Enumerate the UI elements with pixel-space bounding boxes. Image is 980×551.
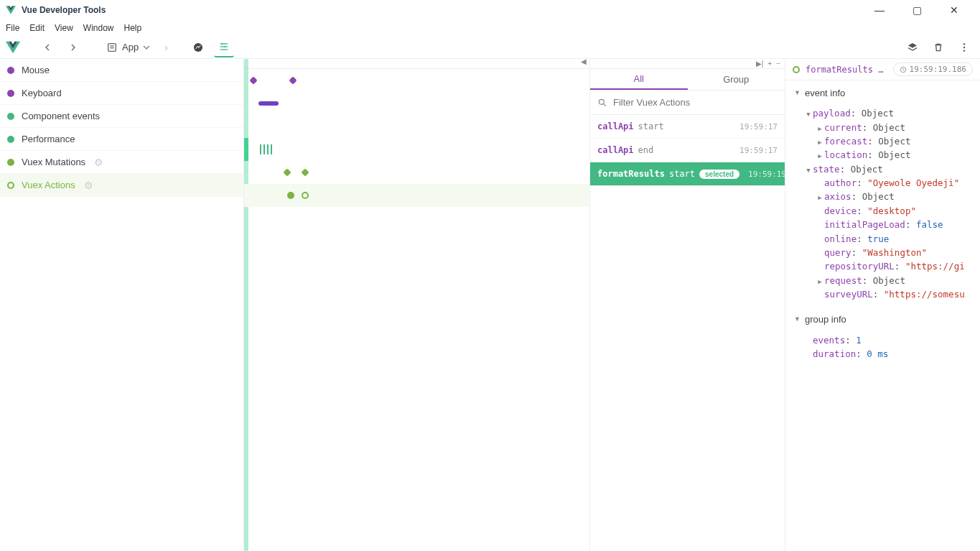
layer-dot: [7, 136, 14, 143]
section-event-info[interactable]: ▼event info: [785, 80, 980, 106]
tree-row[interactable]: query: "Washington": [804, 246, 980, 259]
timeline-event-mark[interactable]: [287, 192, 294, 199]
svg-point-11: [963, 50, 965, 51]
tree-row[interactable]: ▶current: Object: [804, 121, 980, 134]
list-icon: [106, 42, 118, 53]
timeline-row-keyboard[interactable]: [244, 92, 589, 115]
timeline-event-mark[interactable]: [271, 144, 272, 154]
timeline-event-mark[interactable]: [258, 101, 279, 106]
tree-row[interactable]: ▶forecast: Object: [804, 134, 980, 148]
timeline-event-mark[interactable]: [302, 192, 309, 199]
maximize-button[interactable]: ▢: [905, 4, 928, 16]
timeline-event-mark[interactable]: [289, 76, 297, 84]
app-selector[interactable]: App: [101, 39, 156, 56]
menu-window[interactable]: Window: [83, 23, 114, 33]
layer-performance[interactable]: Performance: [0, 128, 243, 151]
svg-line-13: [604, 103, 606, 106]
close-button[interactable]: ✕: [943, 4, 966, 16]
event-row[interactable]: callApi end 19:59:17: [590, 139, 785, 162]
zoom-in-icon[interactable]: +: [767, 60, 772, 68]
collapse-left-icon[interactable]: ◀: [581, 57, 587, 65]
chevron-down-icon: ▼: [794, 315, 801, 325]
layer-vuex-actions[interactable]: Vuex Actions⚙: [0, 174, 243, 197]
tree-row[interactable]: surveyURL: "https://somesu: [804, 287, 980, 301]
tree-row[interactable]: initialPageLoad: false: [804, 218, 980, 231]
timeline-event-mark[interactable]: [301, 168, 309, 176]
section-group-info[interactable]: ▼group info: [785, 307, 980, 333]
layer-label: Vuex Mutations: [22, 157, 85, 167]
chevron-down-icon: [143, 44, 150, 51]
timeline-row-component-events[interactable]: [244, 115, 589, 138]
events-filter: [590, 91, 785, 115]
event-phase: end: [638, 145, 654, 155]
timeline-event-mark[interactable]: [267, 144, 269, 154]
timeline-event-mark[interactable]: [283, 168, 291, 176]
event-time: 19:59:17: [739, 122, 778, 131]
inspector-header: formatResults s… 19:59:19.186: [785, 59, 980, 80]
menu-bar: File Edit View Window Help: [0, 20, 980, 36]
layer-dot: [7, 182, 14, 189]
menu-edit[interactable]: Edit: [29, 23, 45, 33]
zoom-out-icon[interactable]: −: [776, 60, 780, 68]
range-play-icon[interactable]: ▶|: [756, 60, 764, 68]
tree-row[interactable]: ▶request: Object: [804, 274, 980, 287]
filter-input[interactable]: [613, 97, 778, 108]
events-range-controls: ▶| + −: [590, 59, 785, 69]
more-icon[interactable]: [954, 37, 974, 57]
window-controls: — ▢ ✕: [868, 4, 974, 16]
timeline-row-vuex-actions[interactable]: [244, 184, 589, 207]
svg-point-9: [963, 43, 965, 45]
events-tabs: All Group: [590, 69, 785, 91]
tree-row[interactable]: duration: 0 ms: [804, 347, 980, 361]
event-row[interactable]: callApi start 19:59:17: [590, 115, 785, 139]
vue-logo-icon[interactable]: [6, 40, 20, 55]
timeline-event-mark[interactable]: [249, 76, 257, 84]
timeline-row-performance[interactable]: [244, 138, 589, 161]
tab-group[interactable]: Group: [688, 69, 785, 90]
tree-row[interactable]: events: 1: [804, 333, 980, 347]
event-row[interactable]: formatResults start selected 19:59:19: [590, 162, 785, 186]
inspector-tab-icon[interactable]: [188, 37, 208, 57]
tree-row[interactable]: online: true: [804, 232, 980, 246]
menu-help[interactable]: Help: [124, 23, 142, 33]
timeline-row-mouse[interactable]: [244, 69, 589, 92]
timeline-row-vuex-mutations[interactable]: [244, 161, 589, 184]
minimize-button[interactable]: —: [868, 4, 891, 16]
layer-dot: [7, 67, 14, 74]
clear-icon[interactable]: [928, 37, 948, 57]
layers-icon[interactable]: [902, 37, 923, 57]
layer-keyboard[interactable]: Keyboard: [0, 82, 243, 105]
forward-button[interactable]: [63, 37, 83, 57]
tree-row[interactable]: repositoryURL: "https://gi: [804, 259, 980, 273]
tree-row[interactable]: ▶axios: Object: [804, 190, 980, 203]
tree-row[interactable]: ▼payload: Object: [804, 106, 980, 120]
tree-row[interactable]: author: "Oyewole Oyedeji": [804, 176, 980, 190]
layer-vuex-mutations[interactable]: Vuex Mutations⚙: [0, 151, 243, 174]
tab-all[interactable]: All: [590, 69, 688, 90]
timeline-tab-icon[interactable]: [214, 37, 234, 57]
tree-row[interactable]: device: "desktop": [804, 204, 980, 218]
event-info-tree: ▼payload: Object ▶current: Object ▶forec…: [785, 106, 980, 307]
tree-row[interactable]: ▶location: Object: [804, 148, 980, 162]
layer-label: Performance: [22, 134, 75, 144]
timeline-event-mark[interactable]: [263, 144, 265, 154]
menu-view[interactable]: View: [55, 23, 73, 33]
timeline-event-mark[interactable]: [260, 144, 261, 154]
clock-icon: [900, 66, 907, 73]
back-button[interactable]: [37, 37, 57, 57]
inspector-time-pill[interactable]: 19:59:19.186: [893, 62, 973, 76]
event-time: 19:59:19: [748, 170, 786, 179]
inspector-event-name: formatResults s…: [806, 65, 887, 75]
breadcrumb-chevron-icon: ›: [162, 42, 171, 53]
menu-file[interactable]: File: [6, 23, 19, 33]
layer-component-events[interactable]: Component events: [0, 105, 243, 128]
timeline-rows: [244, 69, 589, 207]
tree-row[interactable]: ▼state: Object: [804, 162, 980, 176]
inspector-body[interactable]: ▼event info ▼payload: Object ▶current: O…: [785, 80, 980, 551]
timeline-pane[interactable]: ◀: [244, 59, 590, 551]
inspector-pane: formatResults s… 19:59:19.186 ▼event inf…: [785, 59, 980, 551]
layer-label: Mouse: [22, 65, 50, 75]
event-name: callApi: [597, 121, 634, 131]
timeline-header: ◀: [244, 59, 589, 69]
layer-mouse[interactable]: Mouse: [0, 59, 243, 82]
